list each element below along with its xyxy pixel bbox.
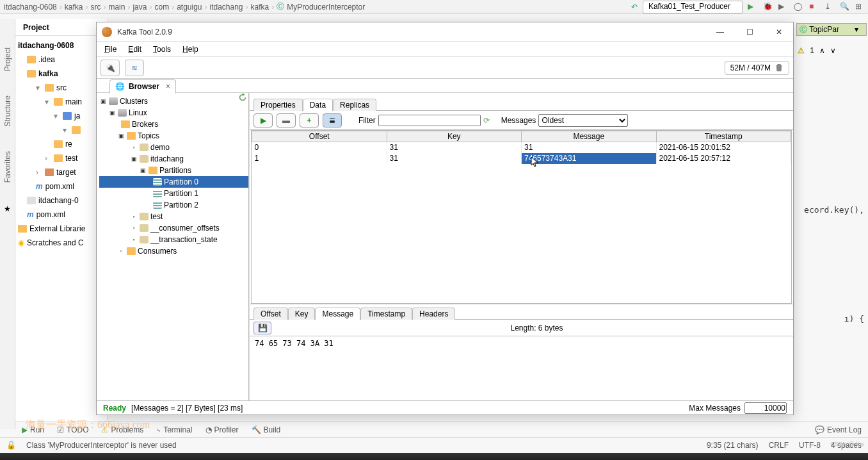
tree-partition-1[interactable]: Partition 1 [99,188,248,199]
tree-partition-0[interactable]: Partition 0 [99,176,248,188]
menu-help[interactable]: Help [177,44,204,55]
project-tab[interactable]: Project [2,45,13,74]
messages-table[interactable]: Offset Key Message Timestamp 031312021-0… [251,130,792,304]
save-button[interactable]: 💾 [253,322,271,334]
tree-item-pom-root[interactable]: pom.xml [36,210,65,219]
project-root[interactable]: itdachang-0608 [18,41,74,50]
tree-item-target[interactable]: target [56,168,76,177]
csdn-watermark: CSDN @水w [830,440,864,448]
caret-position[interactable]: 9:35 (21 chars) [707,441,759,450]
tree-item-external-libraries[interactable]: External Librarie [29,224,85,233]
tree-item-test[interactable]: test [65,154,77,163]
tree-item-main[interactable]: main [65,97,82,106]
table-row[interactable]: 131746573743A312021-06-15 20:57:12 [252,153,791,164]
settings-icon[interactable]: ⊞ [855,2,865,12]
tree-consumers[interactable]: Consumers [138,247,177,256]
next-highlight-icon[interactable]: ∨ [830,46,836,55]
encoding[interactable]: UTF-8 [799,441,821,450]
play-button[interactable]: ▶ [253,113,273,127]
col-timestamp[interactable]: Timestamp [656,131,791,142]
table-row[interactable]: 031312021-06-15 20:01:52 [252,142,791,153]
close-tab-icon[interactable]: × [166,82,170,91]
memory-indicator[interactable]: 52M / 407M [725,61,789,75]
trash-icon[interactable] [775,63,784,72]
tree-item-src[interactable]: src [56,83,67,92]
tree-topic-demo[interactable]: demo [150,143,170,152]
detail-tab-offset[interactable]: Offset [253,308,288,320]
tab-replicas[interactable]: Replicas [333,99,376,111]
git-icon[interactable]: ⤓ [824,2,835,12]
detail-tab-timestamp[interactable]: Timestamp [360,308,412,320]
folder-icon [27,70,36,78]
back-icon[interactable]: ↶ [631,3,638,12]
refresh-icon[interactable] [238,93,247,102]
structure-tab[interactable]: Structure [2,93,13,129]
profile-icon[interactable]: ◯ [794,2,804,12]
coverage-icon[interactable]: ▶ [778,2,789,12]
line-sep[interactable]: CRLF [769,441,789,450]
menu-file[interactable]: File [99,44,122,55]
inspection-widget[interactable]: ⚠1 ∧ ∨ [798,46,836,55]
tree-topic-itdachang[interactable]: itdachang [150,154,184,163]
tree-item-java[interactable]: ja [74,111,80,120]
minimize-button[interactable]: — [711,28,729,37]
run-icon[interactable]: ▶ [748,2,758,12]
tree-item-pom[interactable]: pom.xml [45,182,74,191]
tree-item-resources[interactable]: re [65,140,72,149]
hex-view[interactable]: 74 65 73 74 3A 31 [250,336,793,400]
event-log[interactable]: 💬Event Log [815,425,862,434]
tree-item-idea[interactable]: .idea [38,55,55,64]
col-key[interactable]: Key [387,131,522,142]
maximize-button[interactable]: ☐ [741,28,759,37]
topic-icon [140,236,149,243]
view-button[interactable]: ≣ [323,113,342,127]
menu-edit[interactable]: Edit [123,44,147,55]
editor-tab-topicpartition[interactable]: Ⓒ TopicPar ▾ [796,23,867,36]
tree-item-scratches[interactable]: Scratches and C [27,238,84,247]
favorites-tab[interactable]: Favorites [2,149,13,185]
debug-icon[interactable]: 🐞 [763,2,773,12]
tree-item-kafka[interactable]: kafka [38,69,58,78]
stop-icon[interactable]: ■ [809,2,819,12]
messages-select[interactable]: Oldest [538,114,628,127]
build-tool[interactable]: 🔨Build [252,425,281,434]
run-config-combo[interactable]: Kafka01_Test_Producer [643,1,743,13]
detail-tab-key[interactable]: Key [288,308,316,320]
tab-properties[interactable]: Properties [253,99,303,111]
menu-tools[interactable]: Tools [148,44,176,55]
max-messages-input[interactable] [744,402,787,414]
script-button[interactable]: ≋ [125,60,144,76]
tree-linux[interactable]: Linux [129,108,147,117]
lock-icon[interactable]: 🔓 [6,441,16,450]
detail-tab-message[interactable]: Message [315,308,360,320]
filter-apply-icon[interactable]: ⟳ [483,116,490,125]
tree-brokers[interactable]: Brokers [132,120,158,129]
connect-button[interactable]: 🔌 [100,60,120,76]
tree-item-iml[interactable]: itdachang-0 [38,196,79,205]
search-icon[interactable]: 🔍 [840,2,850,12]
close-button[interactable]: ✕ [770,28,788,37]
tree-topic-transaction-state[interactable]: __transaction_state [150,235,218,244]
bookmark-icon[interactable]: ★ [4,204,11,213]
tree-partitions[interactable]: Partitions [159,166,191,175]
detail-tab-headers[interactable]: Headers [412,308,455,320]
tab-data[interactable]: Data [303,99,333,111]
titlebar[interactable]: Kafka Tool 2.0.9 — ☐ ✕ [97,22,793,42]
tree-topic-test[interactable]: test [150,212,163,221]
filter-input[interactable] [378,115,481,126]
browser-tab[interactable]: 🌐 Browser × [109,79,176,94]
tree-clusters[interactable]: Clusters [120,97,148,106]
tree-topic-consumer-offsets[interactable]: __consumer_offsets [150,224,220,233]
col-message[interactable]: Message [522,131,657,142]
col-offset[interactable]: Offset [252,131,387,142]
project-header[interactable]: Project ▾ [15,19,108,36]
tree-topics[interactable]: Topics [138,131,159,140]
tree-partition-2[interactable]: Partition 2 [99,199,248,211]
cluster-tree[interactable]: ▣Clusters ▣Linux Brokers ▣Topics ▫demo ▣… [97,93,249,400]
taskbar[interactable] [0,453,868,460]
profiler-tool[interactable]: ◔Profiler [205,425,239,434]
add-button[interactable]: + [300,113,319,127]
pause-button[interactable]: ▬ [277,113,296,127]
prev-highlight-icon[interactable]: ∧ [819,46,825,55]
terminal-tool[interactable]: ⍀Terminal [156,425,192,434]
